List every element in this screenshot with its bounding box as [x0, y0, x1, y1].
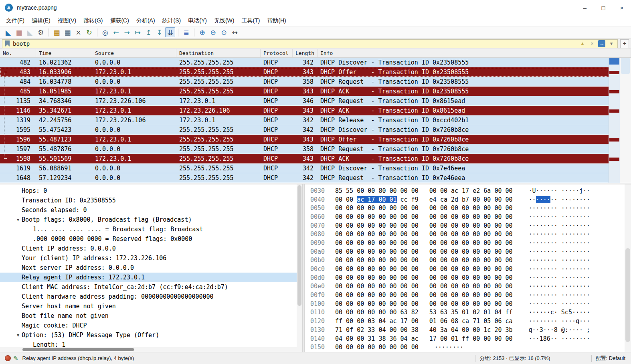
column-header[interactable]: Info — [318, 49, 631, 57]
restart-capture-button[interactable]: ◣ — [25, 27, 35, 37]
hex-row[interactable]: 0120ff 00 00 03 04 ac 17 00 01 06 08 ca … — [305, 317, 625, 326]
detail-row[interactable]: Relay agent IP address: 172.23.0.1 — [0, 273, 297, 282]
packet-minimap[interactable] — [609, 58, 620, 183]
hex-row[interactable]: 010000 00 00 00 00 00 00 00 00 00 00 00 … — [305, 299, 625, 308]
go-to-packet-button[interactable]: ↦ — [133, 27, 143, 37]
hex-row[interactable]: 013071 0f 02 33 04 00 00 38 40 3a 04 00 … — [305, 326, 625, 334]
hex-row[interactable]: 008000 00 00 00 00 00 00 00 00 00 00 00 … — [305, 230, 625, 239]
expert-info-icon[interactable] — [5, 355, 11, 361]
hex-row[interactable]: 00e000 00 00 00 00 00 00 00 00 00 00 00 … — [305, 282, 625, 291]
hex-scrollbar[interactable] — [625, 184, 631, 352]
go-first-packet-button[interactable]: ↥ — [144, 27, 154, 37]
close-button[interactable]: × — [613, 0, 631, 15]
hex-row[interactable]: 00b000 00 00 00 00 00 00 00 00 00 00 00 … — [305, 256, 625, 265]
hex-row[interactable]: 00d000 00 00 00 00 00 00 00 00 00 00 00 … — [305, 273, 625, 282]
hex-row[interactable]: 00f000 00 00 00 00 00 00 00 00 00 00 00 … — [305, 291, 625, 299]
display-filter-input[interactable] — [13, 40, 579, 48]
packet-row[interactable]: 114635.342671172.23.0.1172.23.226.106DHC… — [0, 106, 609, 115]
save-file-button[interactable]: ▦ — [63, 27, 73, 37]
detail-row[interactable]: Boot file name not given — [0, 311, 297, 321]
column-header[interactable]: Source — [92, 49, 176, 57]
packet-row[interactable]: 48416.0347780.0.0.0255.255.255.255DHCP35… — [0, 77, 609, 87]
detail-row[interactable]: .000 0000 0000 0000 = Reserved flags: 0x… — [0, 234, 297, 244]
menu-item[interactable]: 捕获(C) — [106, 16, 132, 26]
hex-row[interactable]: 00a000 00 00 00 00 00 00 00 00 00 00 00 … — [305, 247, 625, 256]
go-forward-button[interactable]: → — [122, 27, 132, 37]
colorize-toggle[interactable]: ≣ — [181, 27, 191, 37]
stop-capture-button[interactable]: ■ — [14, 27, 24, 37]
hex-row[interactable]: 014004 00 00 31 38 36 04 ac 17 00 01 ff … — [305, 334, 625, 343]
hex-row[interactable]: 009000 00 00 00 00 00 00 00 00 00 00 00 … — [305, 239, 625, 247]
packet-row[interactable]: 48216.0213620.0.0.0255.255.255.255DHCP34… — [0, 58, 609, 67]
filter-clear-icon[interactable]: × — [589, 40, 596, 47]
detail-row[interactable]: Next server IP address: 0.0.0.0 — [0, 263, 297, 273]
hex-row[interactable]: 011000 00 00 00 00 00 63 82 53 63 35 01 … — [305, 308, 625, 317]
detail-row[interactable]: Your (client) IP address: 172.23.226.106 — [0, 253, 297, 263]
zoom-out-button[interactable]: ⊖ — [208, 27, 218, 37]
capture-comment-icon[interactable]: ✎ — [13, 355, 18, 362]
packet-row[interactable]: 159655.487123172.23.0.1255.255.255.255DH… — [0, 135, 609, 144]
column-header[interactable]: Destination — [176, 49, 261, 57]
capture-options-button[interactable]: ⚙ — [36, 27, 46, 37]
hex-row[interactable]: 004000 00 ac 17 00 01 cc f9 e4 ca 2d b7 … — [305, 195, 625, 204]
filter-bookmark-icon[interactable] — [5, 40, 10, 47]
detail-row[interactable]: Transaction ID: 0x23508555 — [0, 196, 297, 205]
resize-columns-button[interactable]: ↔ — [230, 27, 240, 37]
packet-row[interactable]: 48516.051985172.23.0.1255.255.255.255DHC… — [0, 87, 609, 96]
close-file-button[interactable]: × — [73, 27, 83, 37]
packet-row[interactable]: 48316.033906172.23.0.1255.255.255.255DHC… — [0, 67, 609, 77]
menu-item[interactable]: 跳转(G) — [80, 16, 106, 26]
column-header[interactable]: Protocol — [261, 49, 293, 57]
packet-row[interactable]: 159555.4754230.0.0.0255.255.255.255DHCP3… — [0, 125, 609, 135]
column-header[interactable]: Length — [293, 49, 318, 57]
packet-row[interactable]: 113534.768346172.23.226.106172.23.0.1DHC… — [0, 96, 609, 106]
maximize-button[interactable]: □ — [594, 0, 613, 15]
find-packet-button[interactable]: ◎ — [100, 27, 110, 37]
hex-row[interactable]: 00c000 00 00 00 00 00 00 00 00 00 00 00 … — [305, 265, 625, 273]
detail-row[interactable]: Hops: 0 — [0, 186, 297, 196]
details-vertical-scrollbar-thumb[interactable] — [297, 185, 301, 306]
detail-row[interactable]: Client MAC address: IntelCor_ca:2d:b7 (c… — [0, 282, 297, 292]
reload-file-button[interactable]: ↻ — [84, 27, 94, 37]
hex-scrollbar-thumb[interactable] — [625, 248, 630, 342]
menu-item[interactable]: 分析(A) — [133, 16, 159, 26]
details-horizontal-scrollbar-thumb[interactable] — [22, 348, 134, 351]
menu-item[interactable]: 统计(S) — [159, 16, 185, 26]
column-header[interactable]: Time — [36, 49, 92, 57]
detail-row[interactable]: ▾Option: (53) DHCP Message Type (Offer) — [0, 330, 297, 340]
menu-item[interactable]: 无线(W) — [210, 16, 238, 26]
packet-list-scrollbar[interactable] — [620, 58, 631, 183]
go-last-packet-button[interactable]: ↧ — [154, 27, 164, 37]
menu-item[interactable]: 电话(Y) — [184, 16, 210, 26]
start-capture-button[interactable]: ◣ — [3, 27, 13, 37]
details-vertical-scrollbar[interactable] — [297, 184, 302, 352]
detail-row[interactable]: Magic cookie: DHCP — [0, 321, 297, 330]
packet-row[interactable]: 159755.4878760.0.0.0255.255.255.255DHCP3… — [0, 144, 609, 154]
expander-icon[interactable]: ▾ — [14, 217, 22, 222]
hex-row[interactable]: 005000 00 00 00 00 00 00 00 00 00 00 00 … — [305, 204, 625, 212]
menu-item[interactable]: 视图(V) — [54, 16, 80, 26]
expander-icon[interactable]: ▾ — [14, 332, 22, 338]
details-horizontal-scrollbar[interactable] — [0, 347, 297, 352]
add-filter-button[interactable]: + — [620, 39, 629, 48]
hex-row[interactable]: 007000 00 00 00 00 00 00 00 00 00 00 00 … — [305, 221, 625, 230]
detail-row[interactable]: Seconds elapsed: 0 — [0, 205, 297, 215]
minimap-thumb[interactable] — [609, 58, 619, 65]
hex-row[interactable]: 015000 00 00 00 00 00 00 00········ — [305, 343, 625, 352]
filter-apply-icon[interactable]: → — [598, 40, 605, 47]
detail-row[interactable]: Client IP address: 0.0.0.0 — [0, 244, 297, 253]
menu-item[interactable]: 帮助(H) — [263, 16, 289, 26]
menu-item[interactable]: 编辑(E) — [28, 16, 54, 26]
open-file-button[interactable]: ▤ — [52, 27, 62, 37]
detail-row[interactable]: ▾Bootp flags: 0x8000, Broadcast flag (Br… — [0, 215, 297, 224]
hex-row[interactable]: 003085 55 00 00 80 00 00 00 00 00 ac 17 … — [305, 186, 625, 195]
zoom-100-button[interactable]: ⊙ — [219, 27, 229, 37]
packet-row[interactable]: 161956.0886910.0.0.0255.255.255.255DHCP3… — [0, 164, 609, 173]
filter-history-chevron-icon[interactable]: ▾ — [608, 40, 615, 47]
detail-row[interactable]: Length: 1 — [0, 340, 297, 347]
menu-item[interactable]: 文件(F) — [2, 16, 28, 26]
detail-row[interactable]: 1... .... .... .... = Broadcast flag: Br… — [0, 224, 297, 234]
go-back-button[interactable]: ← — [111, 27, 121, 37]
detail-row[interactable]: Client hardware address padding: 0000000… — [0, 292, 297, 301]
packet-row[interactable]: 164857.1292340.0.0.0255.255.255.255DHCP3… — [0, 173, 609, 183]
